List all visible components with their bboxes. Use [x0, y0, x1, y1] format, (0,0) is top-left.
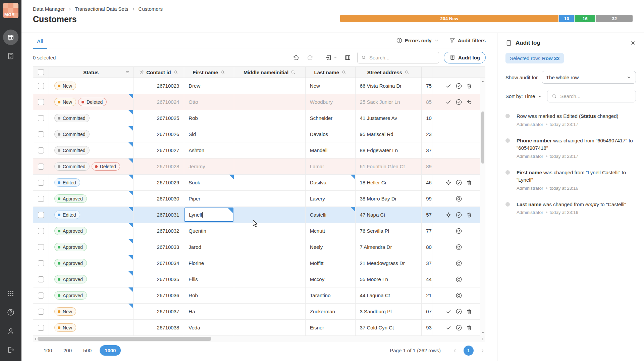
- sparkle-action-button[interactable]: [445, 212, 452, 218]
- cell-middle-name[interactable]: [234, 159, 306, 174]
- cell-street-address[interactable]: 41 Justamere Av: [356, 110, 422, 126]
- scroll-up-arrow-icon[interactable]: [480, 79, 485, 84]
- sidebar-item-help[interactable]: [3, 305, 18, 320]
- prev-page-button[interactable]: [452, 348, 458, 353]
- cell-first-name[interactable]: Rob: [184, 110, 234, 126]
- row-checkbox[interactable]: [38, 292, 44, 299]
- sidebar-item-datasets[interactable]: [3, 30, 18, 45]
- check-action-button[interactable]: [445, 83, 452, 89]
- cell-status[interactable]: Committed: [49, 110, 133, 126]
- cell-middle-name[interactable]: [234, 223, 306, 239]
- cell-street-address[interactable]: 37 Cold Cyn Ct: [356, 320, 422, 335]
- cell-street-address[interactable]: 18 Heller Cr: [356, 175, 422, 190]
- cell-contact-id[interactable]: 26710034: [133, 255, 184, 271]
- cell-last-name[interactable]: Davalos: [306, 126, 356, 142]
- cell-last-name[interactable]: Schneider: [306, 110, 356, 126]
- cell-first-name[interactable]: Piper: [184, 191, 234, 207]
- column-header-last_name[interactable]: Last name: [306, 67, 356, 78]
- cell-zip-partial[interactable]: 85: [422, 94, 432, 110]
- cell-last-name[interactable]: Moffitt: [306, 255, 356, 271]
- cell-contact-id[interactable]: 26710027: [133, 142, 184, 158]
- table-search-input[interactable]: [369, 55, 435, 60]
- cell-last-name[interactable]: Mcnutt: [306, 223, 356, 239]
- cell-status[interactable]: CommittedDeleted: [49, 159, 133, 174]
- inline-edit-input[interactable]: Lynell: [184, 208, 233, 222]
- row-checkbox[interactable]: [38, 147, 44, 153]
- cell-last-name[interactable]: Neely: [306, 239, 356, 255]
- cell-first-name[interactable]: Jarod: [184, 239, 234, 255]
- audit-filters-button[interactable]: Audit filters: [449, 37, 486, 44]
- cell-middle-name[interactable]: [234, 239, 306, 255]
- columns-button[interactable]: [342, 52, 353, 62]
- cell-street-address[interactable]: 7 Almendra Dr: [356, 239, 422, 255]
- cell-last-name[interactable]: Mandell: [306, 142, 356, 158]
- cell-zip-partial[interactable]: 57: [422, 207, 432, 223]
- cell-middle-name[interactable]: [234, 207, 306, 223]
- check-action-button[interactable]: [445, 324, 452, 331]
- cell-first-name[interactable]: Florine: [184, 255, 234, 271]
- cell-middle-name[interactable]: [234, 271, 306, 287]
- cell-contact-id[interactable]: 26710036: [133, 287, 184, 303]
- cell-first-name[interactable]: Sid: [184, 126, 234, 142]
- cell-last-name[interactable]: Dasilva: [306, 175, 356, 190]
- cell-contact-id[interactable]: 26710024: [133, 94, 184, 110]
- revert-action-button[interactable]: [455, 276, 462, 283]
- cell-zip-partial[interactable]: 77: [422, 223, 432, 239]
- approve-check-action-button[interactable]: [455, 179, 462, 186]
- app-logo[interactable]: MGR: [3, 3, 18, 18]
- page-size-option-1000[interactable]: 1000: [100, 345, 121, 356]
- cell-status[interactable]: Edited: [49, 175, 133, 190]
- check-action-button[interactable]: [445, 308, 452, 315]
- cell-contact-id[interactable]: 26710032: [133, 223, 184, 239]
- revert-action-button[interactable]: [455, 244, 462, 251]
- cell-contact-id[interactable]: 26710030: [133, 191, 184, 207]
- row-checkbox[interactable]: [38, 228, 44, 234]
- cell-contact-id[interactable]: 26710025: [133, 110, 184, 126]
- cell-street-address[interactable]: 88 Edgewater Ln: [356, 142, 422, 158]
- next-page-button[interactable]: [480, 348, 485, 353]
- column-header-street_address[interactable]: Street address: [356, 67, 422, 78]
- trash-action-button[interactable]: [466, 324, 473, 331]
- cell-street-address[interactable]: 3 Sandburg Pl: [356, 304, 422, 319]
- trash-action-button[interactable]: [466, 212, 473, 218]
- cell-zip-partial[interactable]: 10: [422, 110, 432, 126]
- cell-zip-partial[interactable]: 37: [422, 255, 432, 271]
- restore-undo-action-button[interactable]: [466, 99, 473, 105]
- cell-last-name[interactable]: Mccoy: [306, 271, 356, 287]
- cell-status[interactable]: Approved: [49, 223, 133, 239]
- cell-street-address[interactable]: 47 Napa Ct: [356, 207, 422, 223]
- cell-street-address[interactable]: 76 Servilla Pl: [356, 223, 422, 239]
- cell-last-name[interactable]: Tarantino: [306, 287, 356, 303]
- cell-middle-name[interactable]: [234, 304, 306, 319]
- cell-street-address[interactable]: 61 Fountain Glen Ct: [356, 159, 422, 174]
- row-checkbox[interactable]: [38, 244, 44, 250]
- row-checkbox[interactable]: [38, 164, 44, 170]
- approve-check-action-button[interactable]: [455, 83, 462, 89]
- cell-zip-partial[interactable]: 46: [422, 175, 432, 190]
- approve-check-action-button[interactable]: [455, 308, 462, 315]
- cell-zip-partial[interactable]: 21: [422, 287, 432, 303]
- approve-check-action-button[interactable]: [455, 99, 462, 105]
- cell-last-name[interactable]: New: [306, 78, 356, 94]
- cell-street-address[interactable]: 66 Vista Rosina Dr: [356, 78, 422, 94]
- row-checkbox[interactable]: [38, 83, 44, 89]
- cell-status[interactable]: Approved: [49, 287, 133, 303]
- row-checkbox[interactable]: [38, 309, 44, 315]
- cell-street-address[interactable]: 21 Meadowgrass Dr: [356, 255, 422, 271]
- cell-status[interactable]: Committed: [49, 142, 133, 158]
- cell-middle-name[interactable]: [234, 320, 306, 335]
- filter-icon[interactable]: [125, 70, 130, 75]
- horizontal-scrollbar[interactable]: [33, 336, 485, 342]
- search-icon[interactable]: [173, 70, 178, 75]
- revert-action-button[interactable]: [455, 228, 462, 234]
- revert-action-button[interactable]: [455, 292, 462, 299]
- undo-button[interactable]: [290, 52, 301, 62]
- cell-first-name[interactable]: Ellis: [184, 271, 234, 287]
- cell-first-name[interactable]: Lynell: [184, 207, 234, 223]
- breadcrumb-item[interactable]: Customers: [139, 6, 163, 12]
- vertical-scrollbar[interactable]: [480, 78, 485, 336]
- row-checkbox[interactable]: [38, 260, 44, 266]
- export-button[interactable]: [325, 54, 338, 61]
- cell-first-name[interactable]: Quentin: [184, 223, 234, 239]
- scroll-right-arrow-icon[interactable]: [480, 337, 485, 341]
